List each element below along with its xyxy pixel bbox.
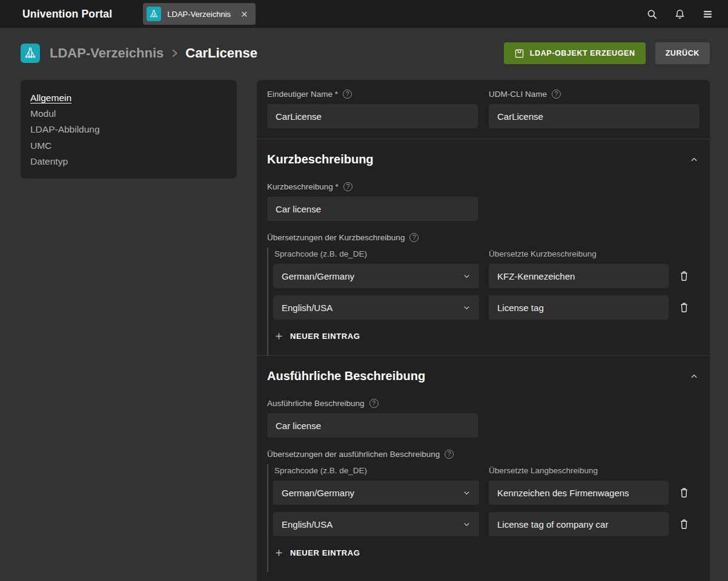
help-icon[interactable]: ?: [343, 90, 352, 99]
save-icon: [514, 48, 524, 59]
section-title: Kurzbeschreibung: [267, 153, 374, 166]
tab-label: LDAP-Verzeichnis: [167, 10, 231, 19]
create-button-label: LDAP-OBJEKT ERZEUGEN: [530, 49, 635, 57]
back-button-label: ZURÜCK: [666, 49, 700, 57]
column-header-uebersetzte-kurzbeschreibung: Übersetzte Kurzbeschreibung: [489, 249, 669, 258]
translation-row: English/USA: [273, 295, 700, 320]
chevron-down-icon: [462, 272, 471, 281]
add-entry-button[interactable]: NEUER EINTRAG: [273, 546, 361, 560]
kurzbeschreibung-input[interactable]: [267, 197, 478, 221]
ldap-tree-icon: [147, 7, 161, 21]
translation-input[interactable]: [489, 481, 669, 505]
udm-cli-name-input[interactable]: [489, 104, 700, 128]
plus-icon: [274, 332, 283, 341]
create-ldap-object-button[interactable]: LDAP-OBJEKT ERZEUGEN: [504, 42, 646, 64]
eindeutiger-name-input[interactable]: [267, 104, 478, 128]
module-header: LDAP-Verzeichnis CarLicense LDAP-OBJEKT …: [0, 28, 728, 79]
tab-ldap-verzeichnis[interactable]: LDAP-Verzeichnis: [143, 3, 256, 25]
field-label-udm-cli-name: UDM-CLI Name ?: [489, 90, 700, 99]
chevron-right-icon: [170, 47, 179, 60]
language-select[interactable]: German/Germany: [273, 264, 479, 288]
language-select[interactable]: English/USA: [273, 512, 479, 536]
sidebar-item-datentyp[interactable]: Datentyp: [30, 154, 68, 169]
sidebar-item-umc[interactable]: UMC: [30, 138, 51, 154]
menu-hamburger-icon[interactable]: [702, 8, 713, 20]
language-select[interactable]: English/USA: [273, 295, 479, 320]
sidebar-nav: Allgemein Modul LDAP-Abbildung UMC Daten…: [21, 80, 237, 179]
chevron-down-icon: [462, 488, 471, 497]
field-label-ausfuehrliche-beschreibung: Ausführliche Beschreibung ?: [267, 399, 700, 408]
chevron-down-icon: [462, 303, 471, 312]
collapse-chevron-up-icon[interactable]: [689, 154, 700, 165]
translation-row: German/Germany: [273, 264, 700, 288]
language-select[interactable]: German/Germany: [273, 481, 479, 505]
help-icon[interactable]: ?: [409, 233, 419, 242]
add-entry-button[interactable]: NEUER EINTRAG: [273, 329, 361, 343]
help-icon[interactable]: ?: [369, 399, 379, 408]
ausfuehrliche-beschreibung-input[interactable]: [267, 413, 478, 438]
trash-icon[interactable]: [678, 517, 693, 531]
column-header-sprachcode: Sprachcode (z.B. de_DE): [273, 249, 479, 258]
search-icon[interactable]: [646, 8, 658, 20]
help-icon[interactable]: ?: [445, 450, 454, 459]
content: Allgemein Modul LDAP-Abbildung UMC Daten…: [0, 79, 728, 581]
column-header-uebersetzte-langbeschreibung: Übersetzte Langbeschreibung: [489, 466, 669, 475]
form-card: Eindeutiger Name * ? UDM-CLI Name ? Kurz…: [257, 80, 710, 581]
topbar: Univention Portal LDAP-Verzeichnis: [0, 0, 728, 28]
sidebar-item-modul[interactable]: Modul: [30, 106, 56, 122]
help-icon[interactable]: ?: [552, 90, 561, 99]
translation-input[interactable]: [489, 512, 669, 536]
help-icon[interactable]: ?: [343, 182, 352, 191]
sidebar-item-ldap-abbildung[interactable]: LDAP-Abbildung: [30, 122, 100, 137]
ldap-module-logo-icon: [21, 44, 40, 63]
trash-icon[interactable]: [678, 269, 693, 283]
header-actions: LDAP-OBJEKT ERZEUGEN ZURÜCK: [504, 42, 710, 64]
section-kurzbeschreibung: Kurzbeschreibung Kurzbeschreibung * ? Üb…: [257, 139, 710, 356]
translations-group-lang: Sprachcode (z.B. de_DE) Übersetzte Langb…: [267, 464, 700, 572]
portal-title[interactable]: Univention Portal: [22, 8, 112, 21]
topbar-actions: [646, 8, 713, 20]
field-label-eindeutiger-name: Eindeutiger Name * ?: [267, 90, 478, 99]
translation-input[interactable]: [489, 295, 669, 320]
section-ausfuehrliche-beschreibung: Ausführliche Beschreibung Ausführliche B…: [257, 356, 710, 572]
notifications-bell-icon[interactable]: [674, 8, 686, 20]
translation-row: English/USA: [273, 512, 700, 536]
back-button[interactable]: ZURÜCK: [655, 42, 710, 64]
chevron-down-icon: [462, 520, 471, 529]
sidebar-item-allgemein[interactable]: Allgemein: [30, 90, 71, 106]
trash-icon[interactable]: [678, 300, 693, 315]
plus-icon: [274, 548, 283, 557]
translations-group-kurz: Sprachcode (z.B. de_DE) Übersetzte Kurzb…: [267, 248, 700, 355]
trash-icon[interactable]: [678, 485, 693, 500]
breadcrumb-module[interactable]: LDAP-Verzeichnis: [50, 45, 164, 61]
collapse-chevron-up-icon[interactable]: [689, 371, 700, 382]
breadcrumb: LDAP-Verzeichnis CarLicense: [50, 45, 257, 61]
translation-input[interactable]: [489, 264, 669, 288]
field-label-uebersetzungen-kurz: Übersetzungen der Kurzbeschreibung ?: [267, 233, 700, 242]
column-header-sprachcode: Sprachcode (z.B. de_DE): [273, 466, 479, 475]
tab-close-icon[interactable]: [240, 10, 248, 18]
field-label-kurzbeschreibung: Kurzbeschreibung * ?: [267, 182, 700, 191]
translation-row: German/Germany: [273, 481, 700, 505]
field-label-uebersetzungen-lang: Übersetzungen der ausführlichen Beschrei…: [267, 450, 700, 459]
section-title: Ausführliche Beschreibung: [267, 369, 425, 383]
section-basic: Eindeutiger Name * ? UDM-CLI Name ?: [257, 80, 710, 139]
breadcrumb-current: CarLicense: [185, 45, 257, 61]
